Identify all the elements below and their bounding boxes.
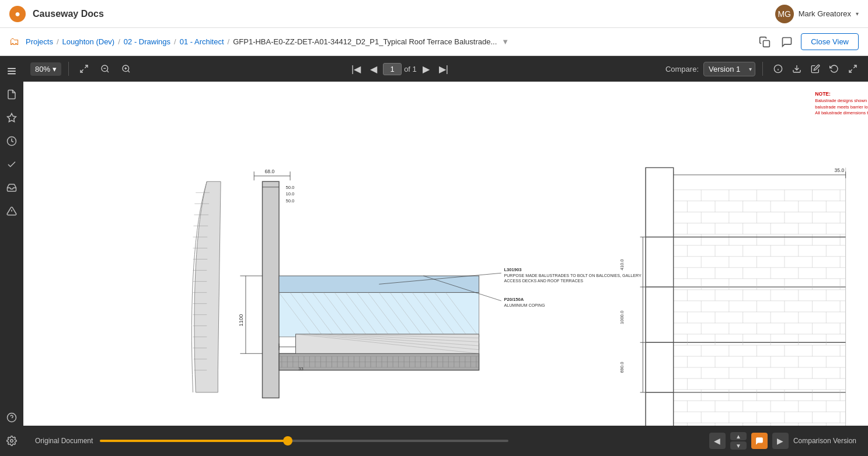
breadcrumb-actions: Close View <box>757 33 859 50</box>
svg-rect-0 <box>764 40 770 47</box>
user-menu-chevron[interactable]: ▾ <box>856 10 859 17</box>
sidebar-item-tasks[interactable] <box>1 154 22 175</box>
svg-rect-107 <box>279 293 479 337</box>
svg-text:10.0: 10.0 <box>285 191 294 197</box>
slider-fill <box>100 440 288 442</box>
viewer-toolbar: 80% ▾ |◀ ◀ 1 of 1 ▶ ▶| <box>23 56 868 82</box>
zoom-in-button[interactable] <box>118 62 134 76</box>
svg-text:P20/150A: P20/150A <box>504 297 524 302</box>
bottom-prev-button[interactable]: ◀ <box>709 433 726 449</box>
svg-text:68.0: 68.0 <box>265 169 275 174</box>
page-of-label: of 1 <box>404 65 417 73</box>
breadcrumb-sep-1: / <box>57 37 59 46</box>
svg-point-10 <box>11 440 13 443</box>
bottom-next-button[interactable]: ▶ <box>772 433 789 449</box>
fit-page-button[interactable] <box>76 62 92 76</box>
next-page-button[interactable]: ▶ <box>419 61 433 77</box>
bottom-comment-button[interactable] <box>751 433 768 449</box>
original-doc-label: Original Document <box>35 437 93 445</box>
toolbar-sep-1 <box>68 62 69 76</box>
first-page-button[interactable]: |◀ <box>348 61 364 77</box>
comparison-version-label: Comparison Version <box>793 437 856 445</box>
top-bar-right: MG Mark Greatorex ▾ <box>775 5 859 23</box>
svg-text:NOTE:: NOTE: <box>815 91 831 97</box>
user-initials: MG <box>778 9 791 19</box>
breadcrumb-projects[interactable]: Projects <box>26 37 53 46</box>
sidebar <box>0 56 23 456</box>
svg-text:ALUMINIUM COPING: ALUMINIUM COPING <box>504 303 545 308</box>
svg-text:ACCESS DECKS AND ROOF TERRACES: ACCESS DECKS AND ROOF TERRACES <box>504 279 583 283</box>
user-avatar: MG <box>775 5 794 23</box>
svg-text:All balustrade dimensions to b: All balustrade dimensions to b <box>815 110 868 115</box>
breadcrumb-loughton[interactable]: Loughton (Dev) <box>62 37 115 46</box>
svg-line-24 <box>853 65 856 68</box>
copy-link-button[interactable] <box>757 34 773 50</box>
main-layout: 80% ▾ |◀ ◀ 1 of 1 ▶ ▶| <box>0 56 868 456</box>
slider-track[interactable] <box>100 440 508 442</box>
info-button[interactable] <box>770 62 786 76</box>
last-page-button[interactable]: ▶| <box>435 61 452 77</box>
bottom-center-buttons: ▲ ▼ <box>730 432 747 450</box>
doc-inner: NOTE: Balustrade designs shown are balus… <box>23 82 868 426</box>
bottom-down-button[interactable]: ▼ <box>730 441 747 450</box>
breadcrumb-architect[interactable]: 01 - Architect <box>180 37 224 46</box>
svg-marker-4 <box>8 114 16 122</box>
breadcrumb-current-doc: GFP1-HBA-E0-ZZ-DET-A01-34412_D2_P1_Typic… <box>233 37 497 46</box>
svg-line-25 <box>849 69 852 72</box>
sidebar-item-favorites[interactable] <box>1 107 22 128</box>
user-name: Mark Greatorex <box>799 9 851 18</box>
download-button[interactable] <box>789 62 805 76</box>
svg-rect-26 <box>46 82 845 426</box>
zoom-out-button[interactable] <box>97 62 113 76</box>
drawing-svg: NOTE: Balustrade designs shown are balus… <box>23 82 868 426</box>
svg-text:L301903: L301903 <box>504 267 521 272</box>
bottom-bar: Original Document ◀ ▲ ▼ ▶ Comparison Ver… <box>23 426 868 456</box>
compare-select[interactable]: Version 1 <box>703 62 755 76</box>
zoom-select[interactable]: 80% ▾ <box>30 62 61 76</box>
svg-rect-48 <box>262 181 279 398</box>
breadcrumb-sep-4: / <box>228 37 230 46</box>
sidebar-item-documents[interactable] <box>1 84 22 105</box>
svg-text:50.0: 50.0 <box>285 198 294 204</box>
compare-select-wrapper: Version 1 ▾ <box>703 62 755 76</box>
svg-line-11 <box>85 65 88 68</box>
svg-text:Balustrade designs shown are: Balustrade designs shown are <box>815 98 868 103</box>
edit-button[interactable] <box>807 62 824 76</box>
sidebar-item-help[interactable] <box>1 407 22 428</box>
close-view-button[interactable]: Close View <box>801 33 859 50</box>
svg-line-14 <box>107 71 109 72</box>
rotate-button[interactable] <box>826 62 842 76</box>
svg-line-12 <box>81 69 83 72</box>
prev-page-button[interactable]: ◀ <box>367 61 381 77</box>
breadcrumb-icon: 🗂 <box>9 36 20 48</box>
svg-text:35.0: 35.0 <box>835 167 845 173</box>
zoom-value: 80% <box>35 65 50 73</box>
page-input[interactable]: 1 <box>383 63 402 75</box>
sidebar-item-inbox[interactable] <box>1 177 22 198</box>
page-navigation: |◀ ◀ 1 of 1 ▶ ▶| <box>139 61 661 77</box>
breadcrumb-bar: 🗂 Projects / Loughton (Dev) / 02 - Drawi… <box>0 28 868 56</box>
top-bar: ● Causeway Docs MG Mark Greatorex ▾ <box>0 0 868 28</box>
app-title: Causeway Docs <box>33 9 104 19</box>
viewer-area: 80% ▾ |◀ ◀ 1 of 1 ▶ ▶| <box>23 56 868 456</box>
app-icon: ● <box>9 6 26 22</box>
sidebar-item-menu[interactable] <box>1 61 22 82</box>
breadcrumb-sep-2: / <box>118 37 120 46</box>
toolbar-right-icons <box>770 62 861 76</box>
svg-text:1000.0: 1000.0 <box>619 311 625 324</box>
bottom-up-button[interactable]: ▲ <box>730 432 747 440</box>
breadcrumb-drawings[interactable]: 02 - Drawings <box>124 37 170 46</box>
breadcrumb-sep-3: / <box>174 37 176 46</box>
breadcrumb-chevron[interactable]: ▼ <box>501 37 509 46</box>
slider-thumb[interactable] <box>283 436 292 446</box>
zoom-chevron: ▾ <box>53 65 57 73</box>
doc-canvas[interactable]: NOTE: Balustrade designs shown are balus… <box>23 82 868 426</box>
comment-button[interactable] <box>779 34 795 50</box>
toolbar-sep-2 <box>762 62 763 76</box>
sidebar-item-alerts[interactable] <box>1 201 22 222</box>
fullscreen-button[interactable] <box>845 62 861 76</box>
svg-text:balustrade meets barrier load: balustrade meets barrier load <box>815 104 868 110</box>
sidebar-item-recent[interactable] <box>1 131 22 152</box>
svg-text:33: 33 <box>298 366 303 371</box>
sidebar-item-settings[interactable] <box>1 430 22 451</box>
